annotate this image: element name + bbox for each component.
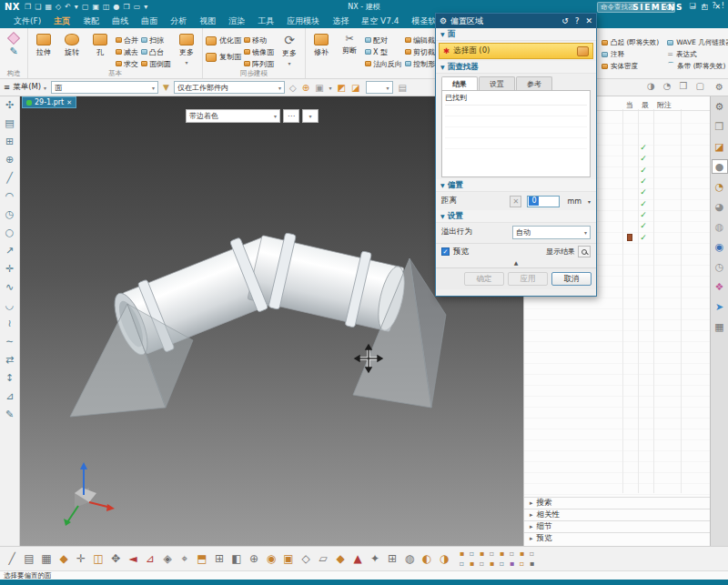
- qat-icon[interactable]: ▢: [82, 3, 89, 11]
- qat-icon[interactable]: ▣: [92, 3, 99, 11]
- cluster-icon[interactable]: ▪: [497, 549, 507, 559]
- move-face-button[interactable]: 移动: [244, 35, 274, 45]
- resource-bar-icon[interactable]: ◍: [712, 219, 728, 234]
- ribbon-tab[interactable]: 主页: [47, 14, 76, 29]
- apply-button[interactable]: 应用: [508, 272, 548, 286]
- intersect-button[interactable]: 求交: [116, 58, 138, 69]
- face-finder-section-header[interactable]: ▼面查找器: [436, 61, 596, 74]
- curve-tool-icon[interactable]: ○: [5, 227, 15, 238]
- curve-tool-icon[interactable]: ╱: [6, 172, 13, 184]
- bottom-tool-icon[interactable]: ◉: [265, 552, 278, 565]
- solid-density-button[interactable]: 实体密度: [602, 61, 659, 71]
- bottom-tool-icon[interactable]: ╱: [5, 552, 18, 565]
- bottom-tool-icon[interactable]: ▲: [351, 552, 364, 565]
- curve-tool-icon[interactable]: ◠: [5, 190, 15, 202]
- curve-tool-icon[interactable]: ∼: [5, 336, 14, 348]
- cluster-icon[interactable]: ▫: [477, 559, 487, 569]
- cluster-icon[interactable]: ▫: [497, 559, 507, 569]
- check-icon[interactable]: ✓: [637, 197, 650, 208]
- qat-icon[interactable]: ❐: [25, 3, 31, 11]
- ribbon-tab[interactable]: 工具: [251, 14, 280, 29]
- found-list[interactable]: 已找到: [441, 90, 591, 177]
- distance-input[interactable]: 0: [527, 196, 560, 207]
- unite-button[interactable]: 合并: [116, 35, 138, 45]
- bottom-tool-icon[interactable]: ▣: [282, 552, 295, 565]
- cluster-icon[interactable]: ▪: [507, 559, 517, 569]
- snap-icon[interactable]: ◇: [289, 83, 297, 93]
- ribbon-option-icon[interactable]: ❏: [690, 2, 696, 10]
- navigator-column-header[interactable]: 附注: [657, 100, 672, 110]
- bottom-tool-icon[interactable]: ✥: [109, 552, 122, 565]
- curve-tool-icon[interactable]: ✛: [5, 263, 14, 275]
- boss-button[interactable]: 凸台: [141, 46, 171, 57]
- navigator-column-header[interactable]: 当: [626, 100, 633, 110]
- curve-tool-icon[interactable]: ⇄: [5, 354, 14, 366]
- qat-icon[interactable]: ●: [114, 3, 120, 11]
- menu-button[interactable]: ≡ 菜单(M)▾: [4, 82, 46, 93]
- qat-icon[interactable]: ▾: [144, 3, 147, 11]
- curve-tool-icon[interactable]: ⊕: [5, 154, 14, 166]
- bottom-tool-icon[interactable]: ▱: [317, 552, 329, 565]
- check-icon[interactable]: ✓: [637, 209, 650, 220]
- box-target-icon[interactable]: ▣: [315, 83, 323, 93]
- shaded-cube-icon[interactable]: ◩: [338, 83, 346, 93]
- navigator-column-header[interactable]: 最: [642, 100, 649, 110]
- bottom-tool-icon[interactable]: ◆: [57, 552, 70, 565]
- show-result-button[interactable]: [578, 246, 591, 257]
- face-blend-button[interactable]: 面倒圆: [141, 58, 171, 69]
- navigator-section-row[interactable]: ▸细节: [524, 520, 710, 532]
- check-icon[interactable]: ✓: [637, 165, 650, 176]
- resource-bar-icon[interactable]: ❖: [712, 279, 728, 294]
- copy-face-button[interactable]: 复制面: [206, 49, 241, 65]
- revolve-button[interactable]: 旋转: [59, 30, 85, 69]
- sync-more-button[interactable]: ⟳更多▾: [277, 30, 302, 69]
- cancel-button[interactable]: 取消: [551, 272, 592, 286]
- shaded-cube2-icon[interactable]: ◪: [351, 83, 359, 93]
- curve-tool-icon[interactable]: ↗: [5, 245, 14, 257]
- resource-bar-icon[interactable]: ◉: [712, 239, 728, 254]
- layer-combo[interactable]: ▾: [366, 81, 393, 94]
- dialog-collapse-arrow[interactable]: ▲: [436, 259, 596, 267]
- cluster-icon[interactable]: ▪: [487, 559, 497, 569]
- offset-section-header[interactable]: ▼偏置: [436, 179, 596, 192]
- bottom-tool-icon[interactable]: ⊿: [144, 552, 157, 565]
- cluster-icon[interactable]: ▫: [507, 549, 517, 559]
- type-filter-combo[interactable]: 面▾: [51, 81, 158, 94]
- resource-bar-icon[interactable]: ⚙: [712, 99, 728, 114]
- show-result-control[interactable]: 显示结果: [546, 246, 591, 257]
- bottom-tool-icon[interactable]: ◄: [126, 552, 139, 565]
- curve-tool-icon[interactable]: ✎: [5, 408, 14, 420]
- cluster-icon[interactable]: ▫: [527, 549, 537, 559]
- qat-icon[interactable]: ◫: [103, 3, 110, 11]
- resource-bar-icon[interactable]: ◪: [712, 139, 728, 154]
- curve-tool-icon[interactable]: ◷: [5, 208, 15, 220]
- strip-button[interactable]: ⌒条带 (即将失效): [667, 61, 728, 71]
- ribbon-option-icon[interactable]: ∧: [702, 2, 707, 10]
- bottom-tool-icon[interactable]: ⊕: [248, 552, 260, 565]
- bottom-tool-icon[interactable]: ⊞: [386, 552, 399, 565]
- render-dropdown-button[interactable]: ▾: [302, 109, 318, 123]
- annotation-button[interactable]: 注释: [602, 49, 659, 59]
- clear-formula-icon[interactable]: ✕: [510, 196, 521, 207]
- curve-tool-icon[interactable]: ▤: [5, 117, 14, 129]
- bottom-tool-icon[interactable]: ◐: [420, 552, 433, 565]
- ribbon-tab[interactable]: 文件(F): [7, 14, 47, 29]
- qat-icon[interactable]: ❏: [35, 3, 41, 11]
- qat-icon[interactable]: ▦: [45, 3, 52, 11]
- cluster-icon[interactable]: ▫: [467, 549, 477, 559]
- curve-tool-icon[interactable]: ⊿: [5, 390, 14, 402]
- command-finder-search[interactable]: 命令查找器: [597, 2, 675, 13]
- face-finder-tab[interactable]: 参考: [516, 76, 552, 90]
- bottom-tool-icon[interactable]: ✛: [75, 552, 87, 565]
- ribbon-option-icon[interactable]: !: [722, 2, 724, 10]
- ribbon-tab[interactable]: 渲染: [222, 14, 251, 29]
- ribbon-tab[interactable]: 曲面: [135, 14, 164, 29]
- resource-bar-icon[interactable]: ◷: [712, 259, 728, 274]
- cluster-icon[interactable]: ▫: [457, 559, 467, 569]
- mate-button[interactable]: 配对: [365, 35, 402, 45]
- sketch-icon[interactable]: [7, 32, 20, 45]
- ribbon-tab[interactable]: 选择: [326, 14, 355, 29]
- ribbon-tab[interactable]: 应用模块: [280, 14, 326, 29]
- scope-combo[interactable]: 仅在工作部件内▾: [174, 81, 285, 94]
- resource-bar-icon[interactable]: ❒: [712, 119, 728, 134]
